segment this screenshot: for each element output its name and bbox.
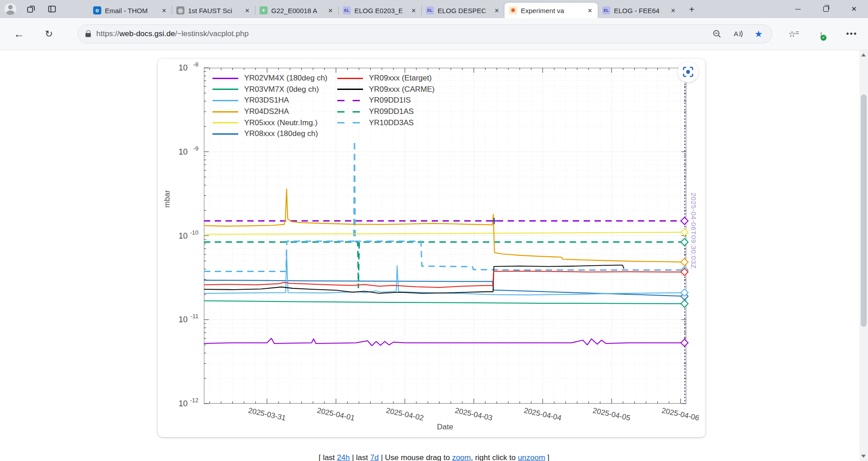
legend-item: YR03DS1HA (212, 95, 327, 106)
tab-close-icon[interactable]: ✕ (586, 6, 594, 14)
legend-line-sample (337, 122, 363, 123)
legend-line-sample (212, 111, 238, 113)
y-axis-label: mbar (163, 185, 172, 213)
downloads-icon[interactable]: ↓✓ (813, 26, 829, 42)
page-content: mbar 2025-03-312025-04-012025-04-022025-… (0, 50, 868, 461)
svg-text:2025-04-02: 2025-04-02 (385, 406, 424, 422)
url-text[interactable]: https://web-docs.gsi.de/~lestinsk/vacplo… (96, 29, 703, 38)
plot-card: mbar 2025-03-312025-04-012025-04-022025-… (158, 59, 705, 437)
faust-icon: ◎ (176, 6, 184, 14)
svg-text:-11: -11 (190, 313, 198, 320)
legend-line-sample (212, 122, 238, 123)
footer-link[interactable]: 24h (337, 453, 349, 461)
tab-close-icon[interactable]: ✕ (410, 6, 418, 14)
window-restore-icon[interactable] (812, 0, 840, 18)
new-tab-button[interactable]: + (685, 3, 698, 16)
download-success-badge: ✓ (820, 34, 827, 41)
tab-title: G22_E00018 A (271, 7, 326, 14)
screenshot-button[interactable] (678, 61, 698, 82)
legend-item: YR09xxx (Etarget) (337, 73, 434, 84)
tab-close-icon[interactable]: ✕ (160, 6, 168, 14)
scroll-up-icon[interactable] (861, 53, 866, 56)
legend-label: YR09DD1AS (369, 107, 414, 116)
plot-range-links: [ last 24h | last 7d | Use mouse drag to… (0, 453, 868, 461)
svg-text:10: 10 (179, 147, 188, 156)
tab-4[interactable]: ELELOG E0203_E✕ (338, 3, 421, 18)
tab-close-icon[interactable]: ✕ (669, 6, 677, 14)
back-icon[interactable]: ← (11, 26, 27, 42)
footer-link[interactable]: zoom (452, 453, 471, 461)
tab-strip: oEmail - THOM✕◎1st FAUST Sci✕+G22_E00018… (0, 0, 868, 18)
svg-text:10: 10 (179, 63, 188, 72)
address-bar[interactable]: https://web-docs.gsi.de/~lestinsk/vacplo… (78, 24, 772, 43)
zoom-out-icon[interactable] (710, 27, 724, 41)
legend-line-sample (212, 78, 238, 79)
tab-3[interactable]: +G22_E00018 A✕ (255, 3, 338, 18)
legend-item: YR10DD3AS (337, 117, 434, 128)
svg-text:2025-04-01: 2025-04-01 (316, 406, 355, 422)
tab-list: oEmail - THOM✕◎1st FAUST Sci✕+G22_E00018… (89, 0, 681, 18)
svg-text:-8: -8 (193, 61, 198, 68)
tab-1[interactable]: oEmail - THOM✕ (89, 3, 172, 18)
elog-icon: EL (426, 6, 434, 14)
legend-line-sample (337, 89, 363, 90)
tab-actions-icon[interactable] (25, 3, 37, 15)
legend-label: YR09DD1IS (369, 96, 411, 105)
tab-5[interactable]: ELELOG DESPEC✕ (421, 3, 505, 18)
legend-line-sample (212, 133, 238, 135)
tab-close-icon[interactable]: ✕ (493, 6, 501, 14)
lock-icon[interactable] (85, 33, 91, 37)
footer-text: ] (545, 453, 549, 461)
tab-title: ELOG E0203_E (354, 7, 410, 14)
legend-label: YR09xxx (Etarget) (369, 74, 432, 83)
favorites-bar-icon[interactable]: ☆ (784, 26, 800, 42)
window-controls: ✕ (784, 0, 868, 18)
footer-link[interactable]: 7d (370, 453, 379, 461)
favorite-star-icon[interactable]: ★ (752, 27, 765, 41)
scrollbar-thumb[interactable] (861, 94, 867, 327)
legend-line-sample (337, 100, 363, 101)
footer-link[interactable]: unzoom (518, 453, 545, 461)
svg-text:A: A (734, 30, 738, 38)
legend-line-sample (212, 100, 238, 101)
footer-text: | last (350, 453, 370, 461)
tab-2[interactable]: ◎1st FAUST Sci✕ (172, 3, 255, 18)
legend-item: YR09xxx (CARME) (337, 84, 434, 95)
tab-close-icon[interactable]: ✕ (243, 6, 251, 14)
sheet-green-icon: + (259, 6, 268, 14)
tab-6[interactable]: ✱Experiment va✕ (505, 3, 598, 18)
legend-line-sample (212, 89, 238, 90)
scroll-down-icon[interactable] (861, 455, 866, 458)
workspaces-icon[interactable] (46, 3, 58, 15)
svg-text:10: 10 (179, 315, 188, 324)
svg-text:2025-04-05: 2025-04-05 (592, 406, 631, 422)
svg-text:-9: -9 (193, 145, 198, 152)
tab-close-icon[interactable]: ✕ (326, 6, 335, 14)
read-aloud-icon[interactable]: A (731, 27, 745, 41)
tab-title: Experiment va (521, 7, 586, 14)
refresh-icon[interactable]: ↻ (41, 26, 57, 42)
legend-item: YR08xxx (180deg ch) (212, 128, 327, 140)
settings-more-icon[interactable]: ••• (844, 26, 860, 42)
footer-text: | Use mouse drag to (379, 453, 452, 461)
atom-icon: ✱ (509, 6, 517, 14)
tab-title: ELOG - FEE64 (614, 7, 669, 14)
browser-window: oEmail - THOM✕◎1st FAUST Sci✕+G22_E00018… (0, 0, 868, 461)
svg-text:2025-04-03: 2025-04-03 (454, 406, 493, 422)
footer-text: [ last (319, 453, 337, 461)
svg-text:2025-04-04: 2025-04-04 (523, 406, 562, 422)
tab-title: Email - THOM (105, 7, 160, 14)
legend-label: YR02VM4X (180deg ch) (244, 74, 327, 83)
legend-item: YR03VM7X (0deg ch) (212, 84, 327, 95)
window-minimize-icon[interactable] (784, 0, 812, 18)
svg-text:2025-03-31: 2025-03-31 (248, 406, 287, 422)
legend-label: YR03DS1HA (244, 96, 289, 105)
svg-text:10: 10 (179, 231, 188, 240)
svg-text:-12: -12 (190, 397, 198, 404)
page-scrollbar[interactable] (859, 50, 868, 461)
profile-avatar[interactable] (5, 3, 16, 15)
tab-7[interactable]: ELELOG - FEE64✕ (598, 3, 681, 18)
window-close-icon[interactable]: ✕ (840, 0, 868, 18)
legend-item: YR04DS2HA (212, 106, 327, 118)
legend-label: YR05xxx (Neutr.Img.) (244, 118, 318, 127)
